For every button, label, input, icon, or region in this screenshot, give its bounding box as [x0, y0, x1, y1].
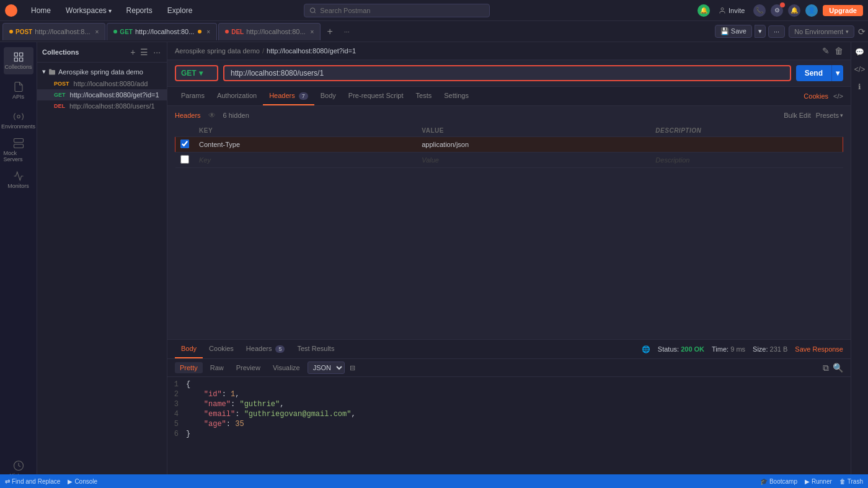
bulk-edit-button[interactable]: Bulk Edit [784, 112, 810, 119]
method-dot-get [113, 30, 117, 33]
collection-item-1[interactable]: GET http://localhost:8080/get?id=1 [37, 89, 167, 100]
edit-icon[interactable]: ✎ [822, 46, 830, 56]
resp-tab-test-results[interactable]: Test Results [291, 340, 340, 358]
global-search[interactable] [304, 4, 490, 17]
panel-more-button[interactable]: ··· [152, 46, 162, 58]
header-value-0[interactable]: application/json [417, 137, 640, 153]
headers-subtab[interactable]: Headers [175, 112, 201, 119]
request-tabs-row: POST http://localhost:8... × GET http://… [0, 21, 868, 42]
tab-authorization[interactable]: Authorization [211, 87, 263, 105]
row-checkbox-0[interactable] [180, 140, 189, 148]
trash-button[interactable]: 🗑 Trash [839, 478, 863, 485]
tab-settings[interactable]: Settings [438, 87, 475, 105]
more-options-button[interactable]: ··· [768, 25, 785, 38]
runner-icon: ▶ [805, 478, 810, 485]
save-button[interactable]: 💾 Save [715, 25, 752, 38]
bell-icon[interactable]: 🔔 [788, 4, 800, 17]
notification-icon[interactable]: 🔔 [698, 4, 710, 17]
response-tabs-row: Body Cookies Headers 5 Test Results 🌐 St… [167, 340, 851, 359]
tab-close-0[interactable]: × [95, 29, 99, 35]
panel-menu-button[interactable]: ☰ [139, 46, 149, 58]
sidebar-item-apis[interactable]: APIs [4, 77, 33, 104]
send-dropdown-button[interactable]: ▾ [831, 65, 843, 81]
resp-tab-cookies[interactable]: Cookies [203, 340, 240, 358]
tab-headers[interactable]: Headers 7 [263, 87, 314, 105]
breadcrumb: Aerospike spring data demo / http://loca… [167, 42, 851, 60]
method-label: GET [181, 69, 197, 78]
search-input[interactable] [320, 7, 484, 14]
resp-tab-headers[interactable]: Headers 5 [240, 340, 291, 358]
right-icon-info[interactable]: ℹ [852, 79, 867, 94]
tab-params[interactable]: Params [175, 87, 211, 105]
copy-response-button[interactable]: ⧉ [823, 363, 829, 373]
format-type-select[interactable]: JSON XML HTML Text [308, 362, 345, 374]
save-dropdown-button[interactable]: ▾ [755, 25, 766, 38]
upgrade-button[interactable]: Upgrade [823, 5, 863, 16]
top-navigation: Home Workspaces Reports Explore 🔔 Invite… [0, 0, 868, 21]
format-icon[interactable]: ⊟ [350, 364, 355, 372]
search-response-button[interactable]: 🔍 [833, 363, 843, 373]
resp-tab-body[interactable]: Body [175, 340, 203, 358]
save-response-button[interactable]: Save Response [795, 345, 843, 353]
environments-label: Environments [1, 123, 35, 130]
env-refresh-icon[interactable]: ⟳ [858, 27, 866, 37]
nav-home[interactable]: Home [25, 4, 57, 17]
right-icon-comment[interactable]: 💬 [852, 45, 867, 60]
request-tab-2[interactable]: DEL http://localhost:80... × [218, 23, 321, 40]
request-tab-1[interactable]: GET http://localhost:80... × [107, 23, 217, 40]
cookies-link[interactable]: Cookies [804, 92, 828, 100]
header-desc-new[interactable]: Description [650, 153, 843, 168]
delete-icon[interactable]: 🗑 [835, 46, 843, 56]
collection-item-0[interactable]: POST http://localhost:8080/add [37, 78, 167, 89]
table-row: Content-Type application/json [175, 137, 843, 153]
header-key-0[interactable]: Content-Type [194, 137, 417, 153]
tab-close-2[interactable]: × [311, 29, 314, 35]
method-selector[interactable]: GET ▾ [175, 65, 218, 81]
tab-close-1[interactable]: × [206, 29, 210, 35]
tab-pre-request[interactable]: Pre-request Script [342, 87, 410, 105]
nav-explore[interactable]: Explore [161, 4, 199, 17]
fmt-preview[interactable]: Preview [231, 362, 265, 373]
header-key-new[interactable]: Key [194, 153, 417, 168]
url-input[interactable] [231, 69, 784, 78]
presets-button[interactable]: Presets ▾ [816, 112, 843, 119]
collection-item-2[interactable]: DEL http://localhost:8080/users/1 [37, 100, 167, 112]
sidebar-item-monitors[interactable]: Monitors [4, 166, 33, 193]
code-button[interactable]: </> [833, 92, 843, 100]
fmt-raw[interactable]: Raw [205, 362, 229, 373]
nav-reports[interactable]: Reports [120, 4, 159, 17]
request-tab-0[interactable]: POST http://localhost:8... × [2, 23, 105, 40]
nav-right-section: 🔔 Invite 📞 ⚙ 🔔 👤 Upgrade [698, 4, 863, 17]
header-desc-0[interactable] [650, 137, 843, 153]
find-replace-button[interactable]: ⇄ Find and Replace [5, 478, 60, 485]
tab-tests[interactable]: Tests [410, 87, 438, 105]
invite-button[interactable]: Invite [715, 6, 748, 16]
headers-table: KEY VALUE DESCRIPTION Content-Type appli… [175, 125, 843, 168]
fmt-visualize[interactable]: Visualize [268, 362, 305, 373]
collection-header[interactable]: ▾ Aerospike spring data demo [37, 65, 167, 78]
add-collection-button[interactable]: + [129, 46, 136, 58]
nav-workspaces[interactable]: Workspaces [60, 4, 118, 17]
phone-icon[interactable]: 📞 [753, 4, 766, 17]
breadcrumb-collection[interactable]: Aerospike spring data demo [175, 47, 260, 55]
fmt-pretty[interactable]: Pretty [175, 362, 203, 373]
tab-body[interactable]: Body [314, 87, 342, 105]
console-button[interactable]: ▶ Console [68, 478, 97, 485]
sidebar-item-mock-servers[interactable]: Mock Servers [4, 136, 33, 164]
bootcamp-button[interactable]: 🎓 Bootcamp [760, 478, 797, 485]
sidebar-item-collections[interactable]: Collections [4, 47, 33, 74]
more-tabs-button[interactable]: ··· [339, 25, 355, 38]
user-avatar[interactable]: 👤 [805, 4, 818, 17]
header-value-new[interactable]: Value [417, 153, 640, 168]
sidebar-item-environments[interactable]: Environments [4, 107, 33, 134]
right-icon-code[interactable]: </> [852, 62, 867, 77]
new-tab-button[interactable]: + [322, 24, 337, 40]
settings-icon[interactable]: ⚙ [771, 4, 783, 17]
row-checkbox-new[interactable] [180, 155, 189, 164]
code-line-5: 5 "age": 35 [167, 419, 851, 429]
send-button[interactable]: Send [796, 65, 831, 81]
environment-selector[interactable]: No Environment ▾ [789, 25, 854, 38]
postman-logo [5, 4, 17, 17]
runner-button[interactable]: ▶ Runner [805, 478, 832, 485]
code-line-1: 1 { [167, 379, 851, 389]
